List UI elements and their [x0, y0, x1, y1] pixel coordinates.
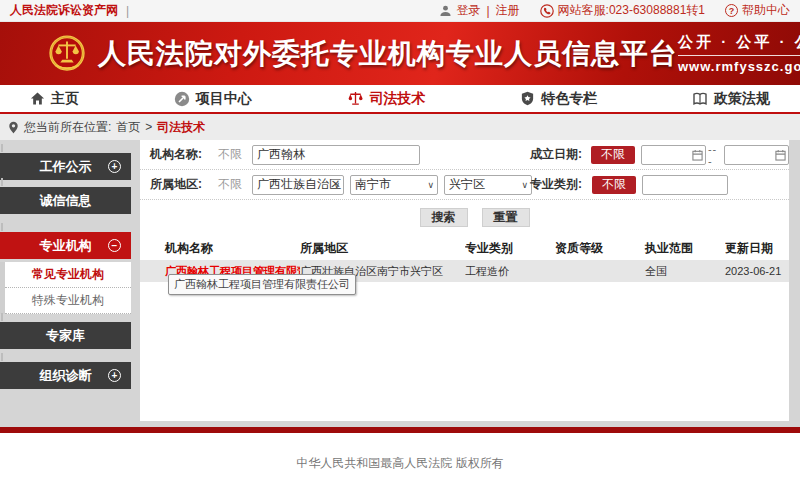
- hotline-group: 网站客服:023-63088881转1: [540, 2, 705, 19]
- sidebar-subitem-special-orgs[interactable]: 特殊专业机构: [5, 288, 131, 314]
- slogan-text: 公开 · 公平 · 公正: [678, 33, 800, 56]
- breadcrumb-prefix: 您当前所在位置:: [24, 119, 111, 136]
- col-header-grade: 资质等级: [555, 240, 630, 257]
- cell-scope: 全国: [630, 264, 725, 279]
- cell-category: 工程造价: [465, 264, 555, 279]
- user-icon: [439, 4, 452, 17]
- top-utility-bar: 人民法院诉讼资产网 | 登录 | 注册 网站客服:023-63088881转1 …: [0, 0, 800, 22]
- badge-star-icon: [520, 91, 535, 106]
- main-area: 工作公示 + 诚信信息 专业机构 − 常见专业机构 特殊专业机构 专家库 组织诊…: [0, 140, 800, 427]
- table-header-row: 机构名称 所属地区 专业类别 资质等级 执业范围 更新日期: [140, 236, 789, 260]
- nav-label-judicial-tech: 司法技术: [370, 90, 426, 108]
- sidebar-subitem-common-orgs[interactable]: 常见专业机构: [5, 262, 131, 288]
- breadcrumb: 您当前所在位置: 首页 > 司法技术: [0, 114, 800, 140]
- topbar-divider: |: [126, 4, 129, 18]
- col-header-updated: 更新日期: [725, 240, 789, 257]
- district-select[interactable]: 兴宁区 ∨: [444, 175, 532, 195]
- sidebar-label-work-publicity: 工作公示: [40, 158, 92, 176]
- province-select[interactable]: 广西壮族自治区 ∨: [252, 175, 344, 195]
- sidebar-item-org-diagnosis[interactable]: 组织诊断 +: [0, 362, 131, 389]
- org-name-input[interactable]: [252, 145, 420, 165]
- city-select[interactable]: 南宁市 ∨: [350, 175, 438, 195]
- sidebar-label-integrity-info: 诚信信息: [40, 192, 92, 210]
- help-question-icon: ?: [725, 4, 738, 17]
- col-header-scope: 执业范围: [630, 240, 725, 257]
- home-icon: [30, 91, 45, 106]
- sidebar-submenu: 常见专业机构 特殊专业机构: [0, 262, 131, 314]
- search-button[interactable]: 搜索: [420, 208, 468, 227]
- category-input[interactable]: [642, 175, 728, 195]
- breadcrumb-separator: >: [145, 120, 152, 134]
- sidebar: 工作公示 + 诚信信息 专业机构 − 常见专业机构 特殊专业机构 专家库 组织诊…: [0, 153, 131, 389]
- sidebar-item-integrity-info[interactable]: 诚信信息: [0, 187, 131, 214]
- nav-item-judicial-tech[interactable]: 司法技术: [347, 90, 426, 108]
- nav-item-policy[interactable]: 政策法规: [692, 90, 770, 108]
- phone-icon: [540, 4, 554, 18]
- cell-updated: 2023-06-21: [725, 265, 789, 277]
- chevron-down-icon: ∨: [333, 180, 340, 190]
- date-unlimited-button[interactable]: 不限: [591, 146, 634, 164]
- chevron-down-icon: ∨: [521, 180, 528, 190]
- sidebar-item-work-publicity[interactable]: 工作公示 +: [0, 153, 131, 180]
- col-header-region: 所属地区: [300, 240, 465, 257]
- login-link[interactable]: 登录: [456, 2, 480, 19]
- chevron-down-icon: ∨: [427, 180, 434, 190]
- region-label: 所属地区:: [150, 176, 218, 193]
- date-range-separator: ---: [708, 143, 722, 167]
- calendar-icon: [775, 149, 786, 161]
- city-value: 南宁市: [355, 176, 391, 193]
- sidebar-sublabel-common-orgs: 常见专业机构: [32, 266, 104, 283]
- category-unlimited-button[interactable]: 不限: [592, 176, 636, 194]
- circle-minus-icon: −: [108, 239, 121, 252]
- date-start-input[interactable]: [641, 145, 706, 165]
- platform-title: 人民法院对外委托专业机构专业人员信息平台: [98, 35, 678, 73]
- form-row-region-category: 所属地区: 不限 广西壮族自治区 ∨ 南宁市 ∨ 兴宁区 ∨ 专业类别: 不限: [140, 170, 789, 200]
- form-row-name-date: 机构名称: 不限 成立日期: 不限 ---: [140, 140, 789, 170]
- sidebar-label-professional-orgs: 专业机构: [40, 237, 92, 255]
- sidebar-label-expert-library: 专家库: [46, 327, 85, 345]
- sidebar-sublabel-special-orgs: 特殊专业机构: [32, 292, 104, 309]
- org-name-unlimited-option[interactable]: 不限: [218, 146, 252, 163]
- site-url: www.rmfysszc.gov.cn: [678, 59, 800, 74]
- org-name-tooltip: 广西翰林工程项目管理有限责任公司: [168, 274, 356, 295]
- col-header-category: 专业类别: [465, 240, 555, 257]
- founding-date-label: 成立日期:: [530, 146, 587, 163]
- district-value: 兴宁区: [449, 176, 485, 193]
- breadcrumb-home[interactable]: 首页: [116, 119, 140, 136]
- copyright-text: 中华人民共和国最高人民法院 版权所有: [296, 455, 503, 484]
- breadcrumb-current: 司法技术: [157, 119, 205, 136]
- login-group[interactable]: 登录 | 注册: [439, 2, 519, 19]
- sidebar-item-professional-orgs[interactable]: 专业机构 −: [0, 232, 131, 259]
- category-label: 专业类别:: [530, 176, 588, 193]
- policy-book-icon: [692, 91, 708, 107]
- province-value: 广西壮族自治区: [257, 176, 341, 193]
- location-pin-icon: [8, 121, 19, 134]
- search-button-row: 搜索 重置: [140, 204, 789, 230]
- project-center-icon: [174, 91, 190, 107]
- content-panel: 机构名称: 不限 成立日期: 不限 --- 所属地区: 不限 广西壮族自治区 ∨: [140, 140, 789, 421]
- site-banner: 人民法院对外委托专业机构专业人员信息平台 公开 · 公平 · 公正 www.rm…: [0, 22, 800, 85]
- calendar-icon: [692, 149, 703, 161]
- scales-icon: [347, 90, 364, 107]
- sidebar-label-org-diagnosis: 组织诊断: [40, 367, 92, 385]
- register-link[interactable]: 注册: [496, 2, 520, 19]
- hotline-text: 网站客服:023-63088881转1: [558, 2, 705, 19]
- region-unlimited-option[interactable]: 不限: [218, 176, 252, 193]
- nav-item-home[interactable]: 主页: [30, 90, 79, 108]
- main-nav: 主页 项目中心 司法技术 特色专栏 政策法规: [0, 85, 800, 114]
- help-link[interactable]: 帮助中心: [742, 2, 790, 19]
- nav-label-project-center: 项目中心: [196, 90, 252, 108]
- footer: 中华人民共和国最高人民法院 版权所有: [0, 433, 800, 484]
- reset-button[interactable]: 重置: [482, 208, 530, 227]
- org-name-label: 机构名称:: [150, 146, 218, 163]
- nav-label-policy: 政策法规: [714, 90, 770, 108]
- nav-item-project-center[interactable]: 项目中心: [174, 90, 252, 108]
- date-end-input[interactable]: [724, 145, 789, 165]
- sidebar-item-expert-library[interactable]: 专家库: [0, 322, 131, 349]
- nav-item-featured-column[interactable]: 特色专栏: [520, 90, 597, 108]
- asset-site-link[interactable]: 人民法院诉讼资产网: [10, 2, 118, 19]
- help-group[interactable]: ? 帮助中心: [725, 2, 790, 19]
- col-header-name: 机构名称: [140, 240, 300, 257]
- nav-label-home: 主页: [51, 90, 79, 108]
- court-emblem-logo: [46, 33, 88, 75]
